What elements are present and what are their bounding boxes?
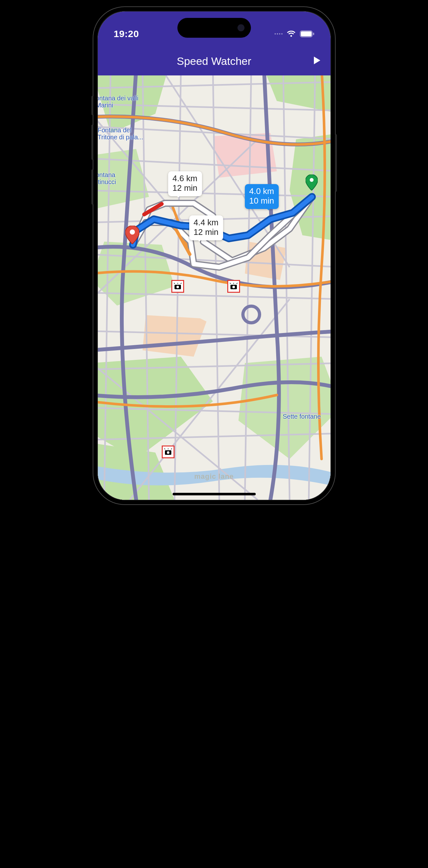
side-button xyxy=(91,125,93,160)
route-distance: 4.4 km xyxy=(194,218,219,227)
map-tiles xyxy=(98,75,331,500)
route-alternative-a[interactable]: 4.6 km 12 min xyxy=(168,171,202,196)
route-duration: 10 min xyxy=(249,196,274,206)
play-button[interactable] xyxy=(313,56,321,66)
home-indicator[interactable] xyxy=(173,493,256,495)
dynamic-island xyxy=(177,18,251,38)
status-right xyxy=(275,30,314,37)
side-button xyxy=(335,134,337,192)
route-distance: 4.6 km xyxy=(173,174,197,183)
svg-point-6 xyxy=(310,178,313,182)
app-bar: Speed Watcher xyxy=(98,46,331,75)
route-distance: 4.0 km xyxy=(249,187,274,196)
wifi-icon xyxy=(286,30,296,37)
svg-rect-1 xyxy=(301,31,312,36)
speed-camera-icon[interactable] xyxy=(227,280,240,293)
origin-pin-icon[interactable] xyxy=(306,175,318,192)
route-duration: 12 min xyxy=(194,227,219,237)
svg-rect-2 xyxy=(313,33,314,35)
battery-icon xyxy=(300,30,314,37)
side-button xyxy=(91,96,93,115)
camera-dot xyxy=(238,24,245,31)
route-duration: 12 min xyxy=(173,183,197,193)
destination-pin-icon[interactable] xyxy=(125,226,140,245)
status-time: 19:20 xyxy=(114,28,139,39)
route-selected[interactable]: 4.0 km 10 min xyxy=(245,184,279,209)
screen: 19:20 Speed Watcher xyxy=(98,11,331,500)
route-alternative-b[interactable]: 4.4 km 12 min xyxy=(189,215,223,240)
speed-camera-icon[interactable] xyxy=(171,280,184,293)
cellular-dots-icon xyxy=(275,33,282,34)
play-icon xyxy=(313,56,321,65)
svg-point-8 xyxy=(177,286,179,288)
side-button xyxy=(91,169,93,205)
phone-frame: 19:20 Speed Watcher xyxy=(93,6,336,505)
speed-camera-icon[interactable] xyxy=(162,445,175,458)
map-view[interactable]: ontana dei valli Marini Fontana del Trit… xyxy=(98,75,331,500)
svg-point-5 xyxy=(130,229,135,235)
svg-point-12 xyxy=(167,451,170,454)
map-watermark: magic lane xyxy=(194,472,234,480)
svg-point-10 xyxy=(233,286,235,288)
app-title: Speed Watcher xyxy=(177,55,251,67)
